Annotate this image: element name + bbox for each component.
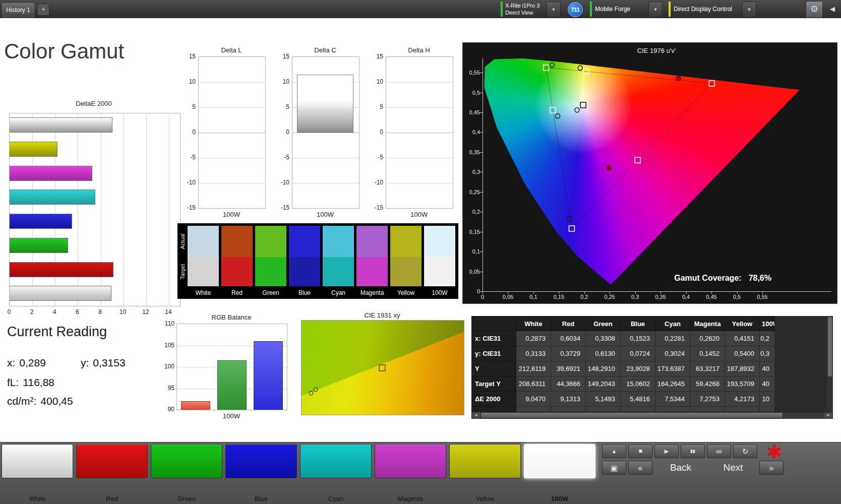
axis-tick-label: 0,2 (577, 294, 592, 300)
chart-title: CIE 1931 xy (301, 311, 463, 319)
table-vertical-scrollbar[interactable] (827, 316, 833, 412)
display-dropdown-button[interactable]: ▼ (742, 2, 756, 18)
source-dropdown-button[interactable]: ▼ (648, 2, 663, 18)
table-cell: 0,2620 (690, 331, 725, 346)
patch-button-cyan[interactable] (300, 444, 372, 478)
patch-button-magenta[interactable] (375, 444, 446, 478)
chart-title: Delta C (290, 46, 360, 54)
patch-button-white[interactable] (2, 444, 73, 478)
tick-mark (635, 291, 636, 294)
swatch-actual-100w (424, 226, 455, 257)
gridline (292, 158, 359, 158)
swatch-target-green (255, 257, 286, 286)
axis-tick-label: 0,5 (730, 294, 745, 300)
gridline (199, 107, 265, 108)
table-cell: 39,6921 (551, 361, 586, 376)
table-cell: 187,8932 (725, 361, 760, 376)
table-cell: 148,2910 (586, 361, 621, 376)
deltae-bar-cyan (10, 190, 95, 205)
app-window: History 1 + X-Rite i1Pro 3 Direct View ▼… (0, 0, 841, 504)
table-cell: 30,6364 (586, 407, 621, 412)
tick-mark (660, 291, 661, 294)
scroll-left-button[interactable]: ◄ (472, 412, 480, 418)
transport-continuous-button[interactable]: ∞ (707, 444, 731, 458)
axis-tick-label: 100 (159, 363, 174, 370)
gridline (386, 158, 453, 158)
gamut-triangle (546, 68, 712, 228)
swatch-label: Yellow (390, 289, 422, 296)
table-cell: 11,5578 (655, 407, 690, 412)
cie1976-chart-panel: CIE 1976 u'v' Gamut Coverage:78,6% 0,550… (462, 42, 837, 304)
transport-play-button[interactable]: ▶ (654, 444, 679, 458)
patch-button-blue[interactable] (225, 444, 297, 478)
patch-button-100w[interactable] (524, 444, 595, 478)
table-cell: 212,6119 (516, 361, 551, 376)
table-cell: 0,6130 (586, 346, 621, 361)
transport-stop-button[interactable]: ■ (628, 444, 652, 458)
table-cell: 0,3133 (516, 346, 551, 361)
axis-tick-label: 15 (274, 53, 289, 60)
axis-tick-label: 105 (159, 342, 174, 349)
delta-bar (297, 75, 353, 133)
transport-options-button[interactable]: ▲ (602, 444, 626, 458)
axis-tick-label: -15 (368, 204, 383, 211)
add-tab-button[interactable]: + (37, 4, 49, 16)
swatch-actual-red (221, 226, 253, 257)
patch-label-yellow: Yellow (449, 495, 521, 502)
source-status-indicator (590, 2, 592, 17)
col-header-yellow: Yellow (725, 317, 760, 331)
back-button[interactable]: Back (655, 461, 706, 475)
reading-x-value: 0,289 (19, 357, 46, 368)
next-button[interactable]: Next (708, 461, 758, 475)
deltae-bar-blue (10, 214, 72, 229)
swatch-actual-white (188, 226, 219, 257)
back-arrows-button[interactable]: « (628, 461, 652, 475)
patch-button-red[interactable] (76, 444, 148, 478)
chart-title: CIE 1976 u'v' (483, 47, 830, 54)
delta-l-chart: Delta L 151050-5-10-15 100W (182, 46, 266, 224)
settings-gear-button[interactable]: ⚙ (806, 1, 823, 18)
table-horizontal-scrollbar[interactable]: ◄ ► (471, 412, 833, 419)
single-measure-button[interactable]: ▣ (602, 461, 626, 475)
swatch-target-100w (424, 257, 455, 286)
coverage-value: 78,6% (749, 274, 771, 282)
axis-tick-label: 0,3 (628, 294, 643, 300)
plot-area (386, 56, 453, 209)
meter-dropdown-button[interactable]: ▼ (547, 2, 561, 18)
col-header-blue: Blue (621, 317, 655, 331)
collapse-panel-icon[interactable]: ◀ (830, 5, 835, 13)
table-cell: 0,6034 (551, 331, 586, 346)
patch-label-white: White (2, 495, 73, 502)
table-cell: 0,4151 (725, 331, 760, 346)
scrollbar-thumb[interactable] (828, 317, 832, 376)
patch-button-yellow[interactable] (449, 444, 521, 478)
chromaticity-zoom-area (301, 320, 464, 415)
gridline (199, 82, 265, 83)
alert-asterisk-icon[interactable]: ✱ (762, 440, 787, 464)
history-tab[interactable]: History 1 (1, 2, 35, 18)
axis-tick-label: 0,4 (464, 129, 480, 135)
source-name: Mobile Forge (595, 6, 630, 13)
transport-refresh-button[interactable]: ↻ (733, 444, 757, 458)
swatch-target-yellow (390, 257, 422, 286)
chart-title: RGB Balance (176, 313, 286, 321)
tick-mark (686, 291, 687, 294)
scroll-right-button[interactable]: ► (824, 412, 832, 418)
transport-pause-button[interactable]: ▮▮ (681, 444, 705, 458)
gridline (146, 113, 147, 306)
swatch-target-red (221, 257, 253, 286)
swatch-label: Blue (289, 289, 320, 296)
scrollbar-thumb[interactable] (481, 413, 783, 418)
measurement-marker-cyan (556, 114, 560, 118)
axis-tick-label: 0 (368, 129, 383, 136)
axis-tick-label: 0,05 (464, 269, 480, 275)
table-cell: 63,3217 (690, 361, 725, 376)
measurement-dot (314, 388, 318, 392)
axis-tick-label: -5 (368, 154, 383, 161)
axis-tick-label: 90 (159, 406, 174, 413)
meter-name-line1: X-Rite i1Pro 3 (505, 2, 539, 9)
measurement-marker-white (575, 108, 579, 112)
plot-area (9, 113, 181, 306)
gridline (386, 82, 453, 83)
patch-button-green[interactable] (151, 444, 222, 478)
